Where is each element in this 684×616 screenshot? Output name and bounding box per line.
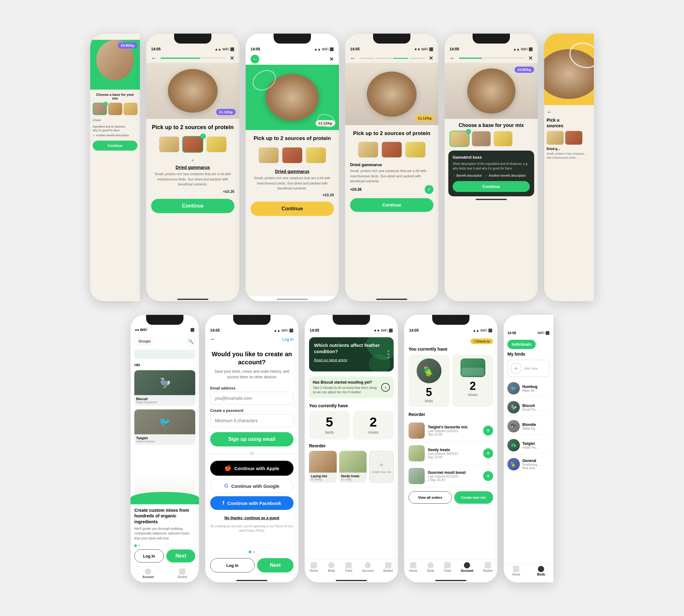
ingredient-desc-partial: d base	[93, 118, 137, 122]
continue-button-4[interactable]: Continue	[350, 198, 433, 212]
currently-have-10: You currently have	[409, 347, 493, 352]
account-subtitle: Save your birds, mixes and order history…	[210, 369, 294, 380]
nav-feed-10[interactable]: Feed	[444, 562, 451, 572]
back-button-8[interactable]: ←	[210, 336, 216, 343]
apple-signin-button[interactable]: 🍎 Continue with Apple	[210, 461, 294, 476]
back-button-4[interactable]: ←	[350, 55, 356, 62]
status-time: 14:05	[151, 47, 161, 51]
checkin-title: Has Biscuit started moulting yet?	[313, 380, 378, 384]
reorder-item-2[interactable]: Seedy treats Last ordered 26/05/21 1kg: …	[409, 442, 493, 465]
nav-birds-9[interactable]: Birds	[328, 562, 335, 572]
terms-text: By creating an account, you're agreeing …	[210, 524, 294, 533]
article-link[interactable]: Read our latest article	[314, 358, 347, 362]
article-title: Which nutrients affect feather condition…	[314, 342, 389, 354]
dash-birds-count: 5	[426, 386, 432, 399]
next-btn-bottom[interactable]: Next	[257, 558, 294, 572]
close-button-5[interactable]: ✕	[528, 55, 533, 62]
nav-account-10[interactable]: Account	[461, 562, 473, 572]
status-time-3: 14:05	[251, 47, 260, 51]
password-input[interactable]	[210, 414, 294, 427]
create-new-mix-btn[interactable]: Create new mix	[454, 491, 493, 504]
protein-title: Pick up to 2 sources of protein	[151, 124, 234, 131]
add-bird-button[interactable]: + Add new	[507, 360, 550, 377]
price-badge-3: £1.12/kg	[316, 120, 335, 126]
nav-home[interactable]: Home	[310, 562, 318, 572]
price-badge-5: £0.80/kg	[515, 67, 534, 73]
back-button-6[interactable]: ←	[547, 109, 552, 115]
checkin-desc: Take 2 minutes to let us know how she's …	[313, 386, 378, 395]
groups-btn[interactable]: Groups	[134, 337, 155, 345]
checkin-arrow[interactable]: ›	[381, 383, 390, 392]
back-button[interactable]: ←	[151, 55, 157, 62]
protein-title-6: Pick usources	[547, 117, 591, 129]
login-link[interactable]: Log In	[282, 337, 294, 342]
google-signin-button[interactable]: G Continue with Google	[210, 479, 294, 493]
close-button-3[interactable]: ✕	[329, 56, 334, 63]
bird-item-5[interactable]: 🦜 General Feathering... Blue and...	[507, 456, 550, 472]
protein-title-4: Pick up to 2 sources of protein	[350, 130, 433, 137]
view-all-orders-btn[interactable]: View all orders	[409, 491, 452, 504]
ingredient-desc: Small, protein-rich sea creatures that a…	[151, 171, 234, 187]
email-label: Email address	[210, 386, 294, 391]
check-icon: ✓	[425, 185, 433, 194]
nav-birds-10[interactable]: Birds	[427, 562, 434, 572]
reorder-add-3[interactable]: +	[483, 471, 493, 481]
status-icons: ▲▲WiFi⬛	[214, 47, 234, 51]
onboarding-title: Create custom mixes from hundreds of org…	[134, 507, 195, 525]
nav-feed-9[interactable]: Feed	[345, 562, 352, 572]
reorder-add-2[interactable]: +	[483, 448, 493, 458]
price-badge-4: £1.12/kg	[415, 115, 435, 121]
reorder-item-1[interactable]: Twiglet's favourite mix Last ordered 12/…	[409, 419, 493, 442]
search-btn[interactable]: 🔍	[186, 337, 195, 346]
birds-label: birds	[325, 430, 334, 435]
gamebird-title: Gamebird base	[453, 155, 530, 160]
gamebird-desc: Short description of the ingredient and …	[453, 161, 530, 171]
continue-button-3[interactable]: Continue	[251, 202, 334, 216]
nav-basket-10[interactable]: Basket	[483, 562, 493, 572]
bird-item-2[interactable]: 🦤 Biscuit Royal Fly...	[507, 399, 550, 416]
facebook-signin-button[interactable]: f Continue with Facebook	[210, 496, 294, 510]
status-time-5: 14:05	[450, 47, 459, 51]
signup-email-button[interactable]: Sign up using email	[210, 432, 294, 446]
ingredient-name: Dried gammarus	[176, 165, 210, 170]
reorder-add-1[interactable]: +	[483, 425, 493, 436]
next-button-onboarding[interactable]: Next	[166, 549, 195, 563]
create-new-mix[interactable]: + Create new mix	[369, 451, 394, 483]
base-title: Choose a base for your mix	[93, 93, 137, 100]
nav-account-9[interactable]: Account	[362, 562, 373, 572]
back-button-3[interactable]: ←	[251, 55, 259, 64]
password-label: Create a password	[210, 409, 294, 413]
log-in-button[interactable]: Log In	[134, 549, 164, 563]
nav-bar: Account Basket	[131, 566, 199, 582]
bird-item-3[interactable]: 🦅 Blondie White Ea...	[507, 418, 550, 435]
mixes-count: 2	[370, 416, 377, 429]
guest-link[interactable]: No thanks, continue as a guest	[225, 516, 279, 520]
bird-item-4[interactable]: 🦚 Twiglet Indian Pa...	[507, 437, 550, 454]
base-title-5: Choose a base for your mix	[450, 123, 533, 128]
nav-home-11[interactable]: Home	[512, 566, 521, 576]
nav-home-10[interactable]: Home	[409, 562, 417, 572]
nav-basket[interactable]: Basket	[178, 568, 187, 579]
checkin-badge: ! Check-in	[471, 338, 493, 344]
individuals-tab[interactable]: Individuals	[507, 340, 536, 349]
email-input[interactable]	[210, 392, 294, 405]
continue-button[interactable]: Continue	[151, 199, 234, 213]
close-button[interactable]: ✕	[230, 55, 234, 62]
bird-item-1[interactable]: 🐦 Humbug Major Mi...	[507, 380, 550, 397]
ingredient-name-3: Dried gammarus	[275, 169, 309, 174]
nav-basket-9[interactable]: Basket	[383, 562, 393, 572]
currently-have: You currently have	[309, 403, 394, 408]
mixes-label: mixes	[368, 430, 379, 435]
close-button-4[interactable]: ✕	[429, 55, 433, 62]
reorder-title: Reorder	[309, 443, 394, 448]
price-badge-cream: £1.12/kg	[216, 109, 236, 115]
ingredient-name-4: Dried gammarus	[350, 162, 433, 167]
log-in-btn-bottom[interactable]: Log In	[210, 558, 255, 572]
nav-birds-11[interactable]: Birds	[537, 566, 545, 576]
continue-button-partial[interactable]: Continue	[93, 140, 137, 151]
status-time-4: 14:05	[350, 47, 360, 51]
back-button-5[interactable]: ←	[450, 55, 455, 62]
reorder-item-3[interactable]: Gourmet moult boost Last ordered 02/10/2…	[409, 465, 493, 487]
nav-account[interactable]: Account	[142, 568, 154, 579]
continue-overlay-button[interactable]: Continue	[453, 181, 530, 192]
